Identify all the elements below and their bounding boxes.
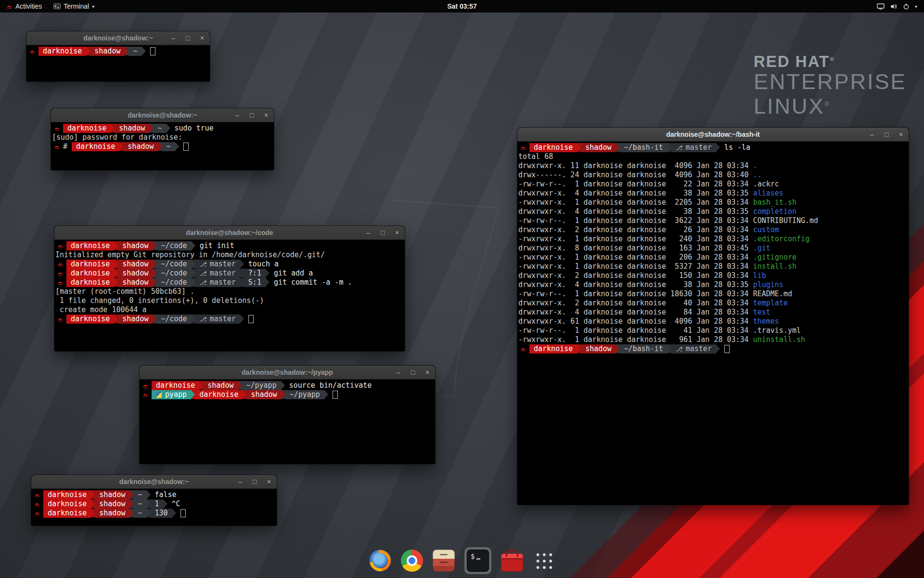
directory-name: themes xyxy=(753,317,779,326)
terminal-text: -rw-rw-r--. 1 darknoise darknoise 18630 … xyxy=(518,289,792,299)
terminal-window-home-sudo[interactable]: darknoise@shadow:~–□×darknoiseshadow~sud… xyxy=(51,108,274,170)
clock[interactable]: Sat 03:57 xyxy=(447,2,476,10)
system-status-area[interactable]: ▾ xyxy=(870,0,924,13)
minimize-button[interactable]: – xyxy=(365,229,372,236)
terminal-line: create mode 100644 a xyxy=(55,305,404,315)
toolbox-icon[interactable] xyxy=(501,553,523,572)
minimize-button[interactable]: – xyxy=(869,131,875,138)
app-grid-icon[interactable] xyxy=(534,551,553,570)
maximize-button[interactable]: □ xyxy=(248,112,255,118)
terminal-line: [sudo] password for darknoise: xyxy=(52,133,273,142)
prompt-user-segment: darknoise xyxy=(152,381,199,390)
terminal-body[interactable]: darknoiseshadow~ xyxy=(26,45,210,57)
terminal-line: -rwxrwxr-x. 1 darknoise darknoise 2205 J… xyxy=(518,198,908,207)
prompt-path-segment: ~ xyxy=(162,142,175,151)
prompt-status-segment: 1 xyxy=(151,499,164,509)
prompt-host-segment: shadow xyxy=(123,142,158,151)
terminal-cursor xyxy=(180,509,186,517)
firefox-icon[interactable] xyxy=(369,550,391,572)
terminal-line: drwxrwxr-x. 2 darknoise darknoise 40 Jan… xyxy=(518,299,908,308)
prompt-host-segment: shadow xyxy=(95,499,129,509)
window-titlebar[interactable]: darknoise@shadow:~–□× xyxy=(31,475,277,489)
chrome-icon[interactable] xyxy=(401,550,423,572)
terminal-line: drwxrwxr-x. 4 darknoise darknoise 38 Jan… xyxy=(518,189,908,198)
powerline-separator-icon xyxy=(114,315,118,323)
terminal-app-tile[interactable]: $ xyxy=(464,547,491,574)
powerline-separator-icon xyxy=(114,241,118,250)
redhat-icon xyxy=(141,381,152,390)
minimize-button[interactable]: – xyxy=(170,35,177,41)
terminal-line: drwxrwxr-x. 8 darknoise darknoise 163 Ja… xyxy=(518,244,908,253)
file-manager-icon[interactable] xyxy=(433,550,455,572)
git-branch-icon: ⎇ xyxy=(200,269,207,278)
maximize-button[interactable]: □ xyxy=(251,478,258,485)
maximize-button[interactable]: □ xyxy=(410,369,416,376)
window-titlebar[interactable]: darknoise@shadow:~/bash-it–□× xyxy=(517,128,909,142)
brand-redhat: RED HAT® xyxy=(754,50,907,71)
terminal-line: darknoiseshadow~/pyappsource bin/activat… xyxy=(141,381,434,390)
prompt-git-segment: ⎇master xyxy=(195,269,240,278)
terminal-line: total 68 xyxy=(518,152,908,161)
prompt-status-segment: S:1 xyxy=(244,278,266,287)
window-titlebar[interactable]: darknoise@shadow:~–□× xyxy=(26,31,210,45)
close-button[interactable]: × xyxy=(266,478,272,485)
maximize-button[interactable]: □ xyxy=(379,229,386,236)
terminal-icon-cursor xyxy=(476,558,480,560)
window-titlebar[interactable]: darknoise@shadow:~/code–□× xyxy=(54,226,405,240)
close-button[interactable]: × xyxy=(424,369,431,376)
terminal-icon-glyph: $ xyxy=(471,552,475,560)
minimize-button[interactable]: – xyxy=(237,478,244,485)
app-menu[interactable]: Terminal ▾ xyxy=(48,0,100,13)
directory-name: .git xyxy=(753,244,770,253)
terminal-body[interactable]: darknoiseshadow~/codegit initInitialized… xyxy=(54,240,405,325)
window-titlebar[interactable]: darknoise@shadow:~–□× xyxy=(51,108,274,122)
window-titlebar[interactable]: darknoise@shadow:~/pyapp–□× xyxy=(140,366,435,380)
terminal-line: drwxrwxr-x. 4 darknoise darknoise 38 Jan… xyxy=(518,207,908,216)
terminal-window-home-exit[interactable]: darknoise@shadow:~–□×darknoiseshadow~fal… xyxy=(31,475,277,525)
powerline-separator-icon xyxy=(91,509,95,517)
prompt-user-segment: darknoise xyxy=(66,269,114,278)
terminal-text: create mode 100644 a xyxy=(55,305,147,315)
maximize-button[interactable]: □ xyxy=(883,131,890,138)
powerline-separator-icon xyxy=(86,47,90,55)
powerline-separator-icon xyxy=(172,509,176,517)
prompt-path-segment: ~/bash-it xyxy=(619,143,667,152)
minimize-button[interactable]: – xyxy=(234,112,241,118)
terminal-body[interactable]: darknoiseshadow~/bash-it⎇masterls -latot… xyxy=(517,142,909,355)
close-button[interactable]: × xyxy=(394,229,400,236)
window-title: darknoise@shadow:~ xyxy=(119,478,189,486)
terminal-text: drwxrwxr-x. 2 darknoise darknoise 26 Jan… xyxy=(518,225,753,235)
terminal-body[interactable]: darknoiseshadow~sudo true[sudo] password… xyxy=(51,122,274,153)
terminal-window-home-1[interactable]: darknoise@shadow:~–□×darknoiseshadow~ xyxy=(26,31,210,81)
command-text: git init xyxy=(195,241,234,250)
prompt-path-segment: ~/code xyxy=(156,315,191,324)
powerline-separator-icon xyxy=(153,260,156,268)
terminal-line: darknoiseshadow~1^C xyxy=(32,499,276,509)
terminal-window-pyapp[interactable]: darknoise@shadow:~/pyapp–□×darknoiseshad… xyxy=(140,366,435,464)
prompt-path-segment: ~/code xyxy=(156,241,191,250)
minimize-button[interactable]: – xyxy=(395,369,402,376)
powerline-separator-icon xyxy=(282,390,285,399)
redhat-icon xyxy=(55,241,66,250)
powerline-separator-icon xyxy=(129,509,133,517)
powerline-separator-icon xyxy=(111,124,115,132)
terminal-window-bash-it[interactable]: darknoise@shadow:~/bash-it–□×darknoisesh… xyxy=(517,128,909,505)
command-text: ^C xyxy=(167,499,180,509)
command-text: false xyxy=(151,490,177,499)
terminal-window-code[interactable]: darknoise@shadow:~/code–□×darknoiseshado… xyxy=(54,226,405,351)
terminal-line: -rwxrwxr-x. 1 darknoise darknoise 206 Ja… xyxy=(518,253,908,262)
terminal-line: drwxrwxr-x. 11 darknoise darknoise 4096 … xyxy=(518,161,908,171)
prompt-git-segment: ⎇master xyxy=(195,260,240,269)
directory-name: template xyxy=(753,299,788,308)
directory-name: lib xyxy=(753,271,766,280)
close-button[interactable]: × xyxy=(263,112,270,118)
close-button[interactable]: × xyxy=(898,131,904,138)
activities-button[interactable]: Activities xyxy=(0,0,48,13)
terminal-text: -rwxrwxr-x. 1 darknoise darknoise 2205 J… xyxy=(518,198,753,207)
terminal-body[interactable]: darknoiseshadow~falsedarknoiseshadow~1^C… xyxy=(31,489,277,519)
maximize-button[interactable]: □ xyxy=(184,35,191,41)
terminal-body[interactable]: darknoiseshadow~/pyappsource bin/activat… xyxy=(140,380,435,401)
terminal-line: darknoiseshadow~/code⎇masterS:1git commi… xyxy=(55,278,404,287)
close-button[interactable]: × xyxy=(199,35,205,41)
prompt-host-segment: shadow xyxy=(203,381,238,390)
